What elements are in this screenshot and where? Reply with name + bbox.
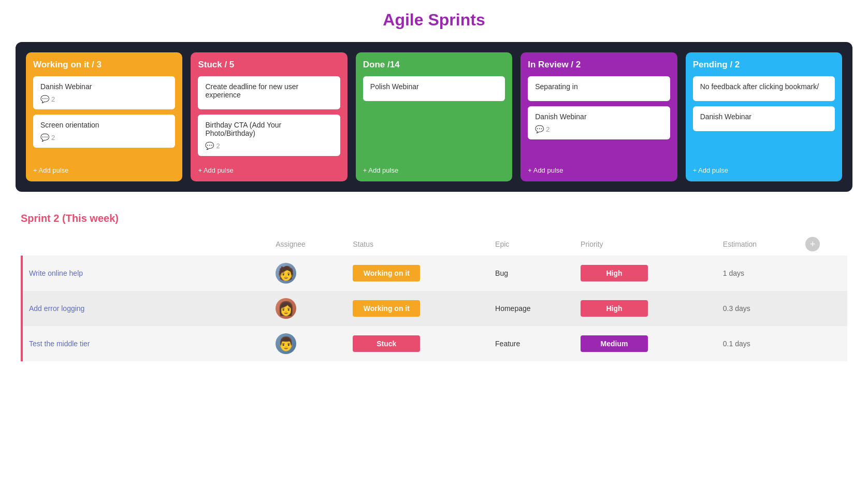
page-title: Agile Sprints — [16, 10, 852, 30]
status-badge[interactable]: Stuck — [353, 335, 420, 352]
comment-icon: 💬 — [40, 95, 49, 103]
status-badge[interactable]: Working on it — [353, 265, 420, 281]
kanban-card[interactable]: No feedback after clicking bookmark/ — [693, 76, 835, 101]
table-row: Write online help 🧑 Working on it Bug Hi… — [22, 256, 847, 291]
kanban-card[interactable]: Birthday CTA (Add Your Photo/Birthday)💬 … — [198, 115, 340, 156]
epic-value: Homepage — [495, 304, 531, 313]
column-header-working: Working on it / 3 — [33, 60, 175, 70]
kanban-card[interactable]: Danish Webinar💬 2 — [528, 106, 670, 139]
card-title: Create deadline for new user experience — [205, 82, 332, 99]
task-cell[interactable]: Test the middle tier — [22, 326, 269, 361]
sprint-section: Sprint 2 (This week) Assignee Status Epi… — [16, 213, 852, 361]
col-add: + — [799, 233, 847, 256]
kanban-card[interactable]: Danish Webinar💬 2 — [33, 76, 175, 109]
priority-badge[interactable]: High — [581, 300, 648, 317]
estimation-value: 1 days — [723, 269, 744, 277]
estimation-cell: 0.1 days — [717, 326, 799, 361]
priority-badge[interactable]: Medium — [581, 335, 648, 352]
status-cell[interactable]: Working on it — [346, 256, 489, 291]
kanban-card[interactable]: Danish Webinar — [693, 106, 835, 131]
avatar: 🧑 — [276, 263, 296, 284]
col-task — [22, 233, 269, 256]
assignee-cell: 👨 — [269, 326, 346, 361]
comment-icon: 💬 — [40, 133, 49, 142]
add-pulse-working[interactable]: + Add pulse — [33, 161, 175, 174]
kanban-card[interactable]: Create deadline for new user experience — [198, 76, 340, 109]
priority-cell[interactable]: High — [574, 291, 717, 326]
kanban-column-pending: Pending / 2No feedback after clicking bo… — [686, 52, 842, 181]
card-title: Danish Webinar — [535, 112, 662, 121]
comment-icon: 💬 — [535, 125, 544, 133]
epic-cell: Feature — [489, 326, 574, 361]
card-comments: 💬 2 — [535, 125, 662, 133]
add-pulse-pending[interactable]: + Add pulse — [693, 161, 835, 174]
kanban-column-working: Working on it / 3Danish Webinar💬 2Screen… — [26, 52, 182, 181]
task-name[interactable]: Add error logging — [29, 304, 84, 313]
col-epic: Epic — [489, 233, 574, 256]
avatar: 👩 — [276, 298, 296, 319]
card-comments: 💬 2 — [40, 133, 168, 142]
priority-cell[interactable]: High — [574, 256, 717, 291]
column-header-stuck: Stuck / 5 — [198, 60, 340, 70]
assignee-cell: 👩 — [269, 291, 346, 326]
task-name[interactable]: Write online help — [29, 269, 83, 277]
col-priority: Priority — [574, 233, 717, 256]
column-header-done: Done /14 — [363, 60, 505, 70]
add-pulse-done[interactable]: + Add pulse — [363, 161, 505, 174]
priority-badge[interactable]: High — [581, 265, 648, 281]
sprint-title: Sprint 2 (This week) — [21, 213, 847, 224]
extra-cell — [799, 256, 847, 291]
epic-cell: Homepage — [489, 291, 574, 326]
add-pulse-stuck[interactable]: + Add pulse — [198, 161, 340, 174]
epic-cell: Bug — [489, 256, 574, 291]
column-header-pending: Pending / 2 — [693, 60, 835, 70]
kanban-card[interactable]: Separating in — [528, 76, 670, 101]
col-assignee: Assignee — [269, 233, 346, 256]
col-status: Status — [346, 233, 489, 256]
card-title: Polish Webinar — [370, 82, 498, 91]
card-title: Danish Webinar — [700, 112, 828, 121]
card-title: Separating in — [535, 82, 662, 91]
avatar: 👨 — [276, 333, 296, 354]
table-row: Test the middle tier 👨 Stuck Feature Med… — [22, 326, 847, 361]
estimation-value: 0.3 days — [723, 304, 750, 313]
epic-value: Feature — [495, 340, 520, 348]
card-title: No feedback after clicking bookmark/ — [700, 82, 828, 91]
status-cell[interactable]: Working on it — [346, 291, 489, 326]
status-badge[interactable]: Working on it — [353, 300, 420, 317]
kanban-card[interactable]: Polish Webinar — [363, 76, 505, 101]
status-cell[interactable]: Stuck — [346, 326, 489, 361]
epic-value: Bug — [495, 269, 508, 277]
col-estimation: Estimation — [717, 233, 799, 256]
kanban-column-stuck: Stuck / 5Create deadline for new user ex… — [191, 52, 347, 181]
extra-cell — [799, 326, 847, 361]
kanban-board: Working on it / 3Danish Webinar💬 2Screen… — [16, 42, 852, 192]
card-title: Birthday CTA (Add Your Photo/Birthday) — [205, 121, 332, 137]
kanban-column-review: In Review / 2Separating inDanish Webinar… — [520, 52, 677, 181]
card-title: Screen orientation — [40, 121, 168, 129]
estimation-cell: 0.3 days — [717, 291, 799, 326]
task-cell[interactable]: Write online help — [22, 256, 269, 291]
add-column-button[interactable]: + — [805, 237, 820, 251]
add-pulse-review[interactable]: + Add pulse — [528, 161, 670, 174]
sprint-table: Assignee Status Epic Priority Estimation… — [21, 233, 847, 361]
extra-cell — [799, 291, 847, 326]
estimation-value: 0.1 days — [723, 340, 750, 348]
estimation-cell: 1 days — [717, 256, 799, 291]
kanban-card[interactable]: Screen orientation💬 2 — [33, 115, 175, 148]
assignee-cell: 🧑 — [269, 256, 346, 291]
table-row: Add error logging 👩 Working on it Homepa… — [22, 291, 847, 326]
kanban-column-done: Done /14Polish Webinar+ Add pulse — [356, 52, 512, 181]
priority-cell[interactable]: Medium — [574, 326, 717, 361]
column-header-review: In Review / 2 — [528, 60, 670, 70]
task-cell[interactable]: Add error logging — [22, 291, 269, 326]
comment-icon: 💬 — [205, 142, 214, 150]
card-comments: 💬 2 — [40, 95, 168, 103]
task-name[interactable]: Test the middle tier — [29, 340, 90, 348]
card-comments: 💬 2 — [205, 142, 332, 150]
card-title: Danish Webinar — [40, 82, 168, 91]
